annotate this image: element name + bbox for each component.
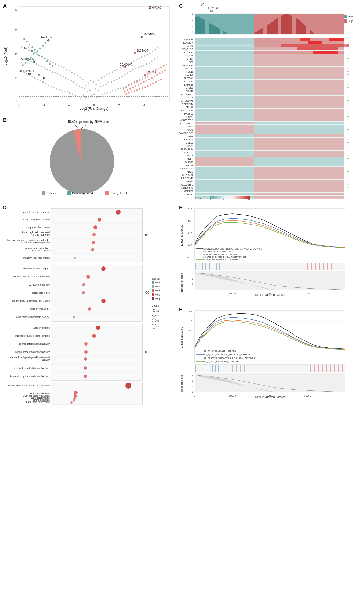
- svg-text:CEACAM7: CEACAM7: [182, 48, 193, 51]
- svg-rect-510: [195, 173, 254, 176]
- svg-point-29: [83, 95, 84, 96]
- svg-text:ligand-gated ion channel activ: ligand-gated ion channel activity: [15, 351, 50, 353]
- svg-rect-476: [195, 118, 254, 121]
- svg-text:EPHA6: EPHA6: [185, 106, 193, 109]
- svg-point-61: [34, 77, 36, 79]
- svg-rect-342: [288, 14, 289, 34]
- svg-rect-435: [313, 51, 338, 54]
- svg-text:***: ***: [347, 161, 349, 163]
- panel-f-label: F: [179, 307, 182, 313]
- svg-text:***: ***: [347, 93, 349, 96]
- svg-point-218: [154, 76, 155, 77]
- svg-rect-358: [305, 26, 306, 34]
- svg-text:***: ***: [347, 106, 349, 109]
- svg-point-252: [141, 36, 143, 38]
- svg-point-150: [47, 59, 49, 60]
- svg-text:SAA2: SAA2: [40, 36, 47, 39]
- svg-rect-484: [195, 131, 254, 134]
- svg-point-22: [85, 97, 87, 98]
- svg-point-39: [112, 90, 114, 92]
- svg-text:humoral immune response: humoral immune response: [21, 211, 50, 213]
- svg-point-701: [152, 324, 156, 329]
- svg-text:HMGA2: HMGA2: [185, 45, 193, 47]
- svg-rect-512: [195, 176, 254, 179]
- svg-text:4: 4: [192, 374, 193, 376]
- svg-point-160: [147, 54, 148, 55]
- svg-rect-488: [195, 138, 254, 141]
- svg-text:CLEC1B: CLEC1B: [184, 151, 193, 154]
- svg-text:MAGEA4: MAGEA4: [183, 41, 193, 44]
- svg-text:circulating immunoglobulin: circulating immunoglobulin: [21, 241, 50, 244]
- svg-rect-298: [214, 26, 215, 34]
- svg-point-206: [160, 79, 162, 80]
- svg-text:MYO3A: MYO3A: [185, 67, 193, 70]
- svg-rect-505: [254, 163, 344, 166]
- svg-point-82: [108, 82, 110, 84]
- svg-text:2: 2: [118, 104, 120, 107]
- svg-rect-332: [277, 18, 278, 34]
- svg-text:0: 0: [93, 104, 95, 107]
- svg-point-192: [52, 65, 53, 67]
- svg-text:classical pathway: classical pathway: [31, 249, 50, 252]
- svg-point-100: [49, 70, 51, 71]
- svg-point-117: [154, 59, 155, 60]
- svg-rect-326: [271, 22, 272, 34]
- svg-text:transmitter-gated ion channel : transmitter-gated ion channel activity: [10, 375, 50, 378]
- svg-point-681: [73, 399, 75, 402]
- svg-point-164: [152, 51, 153, 52]
- svg-point-132: [109, 73, 110, 74]
- svg-point-228: [136, 80, 138, 81]
- svg-rect-343: [289, 15, 290, 34]
- svg-rect-516: [195, 183, 254, 186]
- svg-text:BP: BP: [145, 233, 149, 237]
- svg-point-214: [143, 81, 145, 83]
- svg-rect-354: [301, 22, 302, 34]
- svg-rect-426: [308, 41, 322, 44]
- svg-text:4: 4: [192, 272, 193, 274]
- svg-point-170: [37, 50, 38, 52]
- svg-point-602: [98, 218, 101, 222]
- svg-text:NNMT: NNMT: [186, 180, 193, 183]
- svg-point-111: [36, 63, 37, 65]
- svg-point-59: [139, 80, 140, 81]
- svg-text:0.8: 0.8: [189, 309, 192, 312]
- svg-rect-491: [254, 141, 344, 144]
- svg-text:***: ***: [347, 170, 349, 173]
- svg-point-654: [84, 342, 88, 346]
- svg-rect-302: [218, 28, 219, 34]
- svg-rect-497: [254, 151, 344, 154]
- svg-text:***: ***: [347, 122, 349, 125]
- svg-point-37: [67, 91, 68, 93]
- svg-rect-314: [258, 30, 259, 34]
- svg-point-114: [151, 61, 153, 62]
- svg-point-94: [124, 74, 126, 76]
- svg-rect-317: [261, 29, 262, 34]
- svg-point-172: [39, 48, 41, 49]
- svg-rect-357: [304, 25, 305, 34]
- panel-c-label: C: [179, 3, 183, 9]
- svg-point-97: [127, 73, 128, 74]
- svg-point-88: [65, 77, 67, 79]
- svg-text:***: ***: [347, 177, 349, 180]
- svg-point-121: [96, 84, 97, 86]
- svg-point-28: [75, 95, 76, 96]
- svg-rect-368: [344, 19, 347, 23]
- svg-point-242: [47, 39, 49, 41]
- svg-rect-469: [254, 105, 344, 108]
- svg-rect-366: [344, 15, 347, 18]
- svg-point-223: [123, 88, 124, 90]
- svg-rect-475: [254, 115, 344, 118]
- svg-rect-286: [201, 18, 202, 34]
- svg-rect-692: [152, 297, 154, 300]
- svg-point-198: [139, 88, 140, 90]
- svg-text:***: ***: [347, 158, 349, 160]
- svg-text:High: High: [348, 20, 354, 23]
- svg-point-219: [156, 74, 158, 76]
- svg-rect-496: [195, 151, 254, 154]
- svg-rect-494: [195, 147, 254, 150]
- svg-text:SAA1: SAA1: [187, 145, 193, 147]
- svg-rect-480: [195, 125, 254, 128]
- svg-rect-353: [300, 21, 301, 34]
- svg-rect-301: [217, 27, 218, 34]
- svg-rect-424: [195, 41, 254, 44]
